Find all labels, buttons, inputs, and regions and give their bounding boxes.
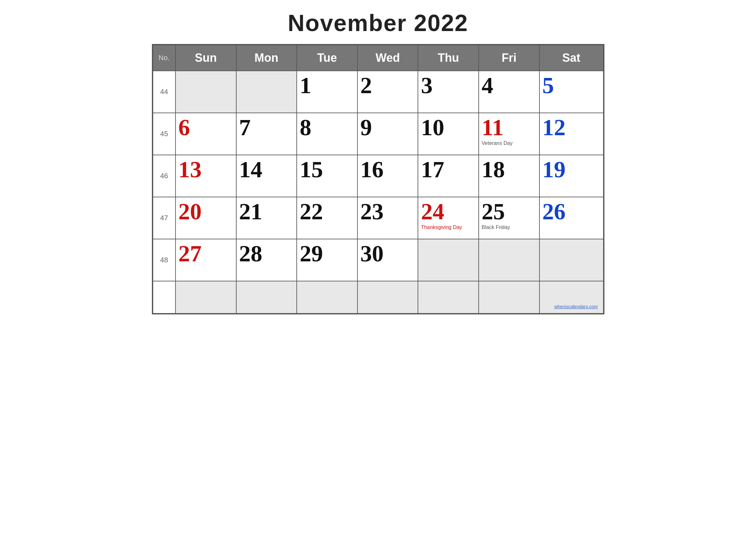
calendar-cell bbox=[297, 281, 358, 313]
calendar-cell: 15 bbox=[297, 155, 358, 197]
day-number: 18 bbox=[482, 158, 536, 181]
week-number: 47 bbox=[153, 197, 176, 239]
col-header-mon: Mon bbox=[236, 45, 297, 71]
calendar-cell bbox=[418, 239, 479, 281]
day-number: 4 bbox=[482, 74, 536, 97]
day-number: 26 bbox=[542, 200, 601, 223]
day-number: 13 bbox=[178, 158, 233, 181]
day-number: 5 bbox=[542, 74, 601, 97]
col-header-thu: Thu bbox=[418, 45, 479, 71]
holiday-label: Black Friday bbox=[482, 224, 536, 230]
calendar-cell: 9 bbox=[358, 113, 418, 155]
calendar-cell: 6 bbox=[176, 113, 236, 155]
day-number: 6 bbox=[178, 116, 233, 139]
day-number: 9 bbox=[361, 116, 415, 139]
calendar-cell: 16 bbox=[358, 155, 418, 197]
calendar-cell: 8 bbox=[297, 113, 358, 155]
calendar-cell bbox=[236, 71, 297, 113]
calendar-cell bbox=[176, 281, 236, 313]
calendar-cell: 2 bbox=[358, 71, 418, 113]
col-header-tue: Tue bbox=[297, 45, 358, 71]
day-number: 30 bbox=[361, 242, 415, 265]
col-header-sun: Sun bbox=[176, 45, 236, 71]
day-number: 21 bbox=[239, 200, 294, 223]
calendar-cell: wheniscalendars.com bbox=[539, 281, 604, 313]
watermark-link[interactable]: wheniscalendars.com bbox=[542, 303, 601, 311]
calendar-cell: 4 bbox=[479, 71, 539, 113]
holiday-label: Thanksgiving Day bbox=[421, 224, 476, 230]
week-number: 44 bbox=[153, 71, 176, 113]
col-header-no: No. bbox=[153, 45, 176, 71]
week-number: 48 bbox=[153, 239, 176, 281]
day-number: 15 bbox=[300, 158, 355, 181]
calendar-cell: 26 bbox=[539, 197, 604, 239]
calendar-cell: 22 bbox=[297, 197, 358, 239]
day-number: 10 bbox=[421, 116, 476, 139]
day-number: 24 bbox=[421, 200, 476, 223]
day-number: 14 bbox=[239, 158, 294, 181]
calendar-cell: 13 bbox=[176, 155, 236, 197]
day-number: 25 bbox=[482, 200, 536, 223]
day-number: 2 bbox=[361, 74, 415, 97]
day-number: 29 bbox=[300, 242, 355, 265]
calendar-cell bbox=[358, 281, 418, 313]
day-number: 27 bbox=[178, 242, 233, 265]
week-number bbox=[153, 281, 176, 313]
calendar-cell: 30 bbox=[358, 239, 418, 281]
day-number: 3 bbox=[421, 74, 476, 97]
calendar-cell: 10 bbox=[418, 113, 479, 155]
week-number: 46 bbox=[153, 155, 176, 197]
calendar-cell: 19 bbox=[539, 155, 604, 197]
calendar-cell: 23 bbox=[358, 197, 418, 239]
calendar-cell: 21 bbox=[236, 197, 297, 239]
day-number: 28 bbox=[239, 242, 294, 265]
calendar-cell: 17 bbox=[418, 155, 479, 197]
day-number: 16 bbox=[361, 158, 415, 181]
day-number: 17 bbox=[421, 158, 476, 181]
day-number: 11 bbox=[482, 116, 536, 139]
calendar-cell: 20 bbox=[176, 197, 236, 239]
calendar-cell: 14 bbox=[236, 155, 297, 197]
calendar-cell: 11Veterans Day bbox=[479, 113, 539, 155]
calendar-cell: 5 bbox=[539, 71, 604, 113]
col-header-sat: Sat bbox=[539, 45, 604, 71]
calendar-cell: 25Black Friday bbox=[479, 197, 539, 239]
header-row: No. Sun Mon Tue Wed Thu Fri Sat bbox=[153, 45, 604, 71]
day-number: 1 bbox=[300, 74, 355, 97]
calendar-cell: 24Thanksgiving Day bbox=[418, 197, 479, 239]
calendar-cell bbox=[236, 281, 297, 313]
calendar-cell bbox=[479, 239, 539, 281]
col-header-fri: Fri bbox=[479, 45, 539, 71]
calendar-cell bbox=[539, 239, 604, 281]
page-title: November 2022 bbox=[288, 10, 468, 36]
calendar-cell bbox=[176, 71, 236, 113]
day-number: 22 bbox=[300, 200, 355, 223]
calendar-cell: 29 bbox=[297, 239, 358, 281]
calendar-cell bbox=[479, 281, 539, 313]
calendar-cell: 12 bbox=[539, 113, 604, 155]
calendar-cell bbox=[418, 281, 479, 313]
holiday-label: Veterans Day bbox=[482, 140, 536, 146]
day-number: 12 bbox=[542, 116, 601, 139]
col-header-wed: Wed bbox=[358, 45, 418, 71]
day-number: 8 bbox=[300, 116, 355, 139]
week-number: 45 bbox=[153, 113, 176, 155]
day-number: 19 bbox=[542, 158, 601, 181]
calendar-cell: 18 bbox=[479, 155, 539, 197]
calendar-cell: 3 bbox=[418, 71, 479, 113]
calendar-cell: 7 bbox=[236, 113, 297, 155]
calendar-cell: 28 bbox=[236, 239, 297, 281]
day-number: 7 bbox=[239, 116, 294, 139]
day-number: 23 bbox=[361, 200, 415, 223]
calendar-cell: 27 bbox=[176, 239, 236, 281]
calendar-cell: 1 bbox=[297, 71, 358, 113]
day-number: 20 bbox=[178, 200, 233, 223]
calendar: No. Sun Mon Tue Wed Thu Fri Sat 44123454… bbox=[152, 44, 605, 314]
